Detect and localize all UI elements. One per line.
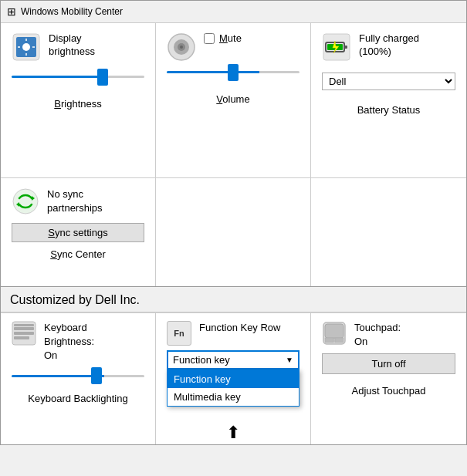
brightness-header: Displaybrightness [12, 32, 144, 62]
volume-label: Volume [167, 93, 299, 105]
touchpad-turn-off-button[interactable]: Turn off [322, 353, 455, 374]
sync-center-link[interactable]: Sync Center [12, 248, 144, 260]
function-key-dropdown-value: Function key [173, 354, 286, 366]
keyboard-icon [12, 321, 36, 346]
keyboard-header: KeyboardBrightness:On [12, 321, 144, 363]
svg-rect-22 [14, 324, 34, 326]
touchpad-panel: Touchpad:On Turn off Adjust Touchpad [311, 313, 466, 444]
brightness-panel: Displaybrightness Brightness [1, 23, 156, 177]
sync-empty-panel-3 [311, 178, 466, 286]
touchpad-header: Touchpad:On [322, 321, 455, 349]
fn-key-icon: Fn [167, 321, 191, 346]
battery-status-text: Fully charged(100%) [359, 32, 419, 59]
svg-rect-21 [14, 336, 29, 339]
brightness-slider[interactable] [12, 76, 144, 78]
sync-icon [12, 187, 39, 215]
function-key-dropdown[interactable]: Function key ▼ [167, 350, 299, 370]
function-key-dropdown-container: Function key ▼ Function key Multimedia k… [167, 350, 299, 370]
battery-label: Battery Status [322, 104, 455, 116]
sync-empty-panel-2 [156, 178, 311, 286]
sync-status-text: No syncpartnerships [47, 187, 103, 215]
sync-settings-button[interactable]: Sync settings [12, 223, 144, 242]
svg-rect-27 [335, 338, 343, 343]
svg-rect-19 [14, 327, 34, 330]
function-key-title: Function Key Row [199, 321, 281, 335]
sync-header: No syncpartnerships [12, 187, 144, 215]
top-grid: Displaybrightness Brightness [1, 23, 466, 178]
battery-icon [322, 32, 351, 62]
mute-row: Mute [204, 32, 242, 44]
touchpad-icon [322, 321, 347, 346]
title-bar-text: Windows Mobility Center [21, 6, 123, 17]
brightness-title: Displaybrightness [49, 32, 95, 59]
volume-panel: Mute Volume [156, 23, 311, 177]
main-content: Displaybrightness Brightness [1, 23, 466, 444]
svg-rect-26 [325, 338, 333, 343]
display-brightness-icon [12, 32, 41, 62]
battery-header: Fully charged(100%) [322, 32, 455, 62]
windows-mobility-center-window: ⊞ Windows Mobility Center [0, 0, 467, 445]
keyboard-label: Keyboard Backlighting [12, 393, 144, 404]
dell-grid: KeyboardBrightness:On Keyboard Backlight… [1, 312, 466, 444]
sync-section: No syncpartnerships Sync settings Sync C… [1, 178, 466, 287]
svg-rect-13 [344, 46, 347, 49]
keyboard-panel: KeyboardBrightness:On Keyboard Backlight… [1, 313, 156, 444]
keyboard-brightness-slider[interactable] [12, 375, 144, 377]
battery-select[interactable]: Dell [322, 73, 455, 90]
battery-panel: Fully charged(100%) Dell Battery Status [311, 23, 466, 177]
touchpad-title: Touchpad:On [354, 321, 401, 349]
sync-panel: No syncpartnerships Sync settings Sync C… [1, 178, 156, 286]
mute-checkbox[interactable] [204, 33, 215, 44]
svg-rect-20 [14, 332, 34, 335]
volume-icon [167, 32, 196, 62]
function-key-panel: Fn Function Key Row Function key ▼ Funct… [156, 313, 311, 444]
dell-section-heading: Customized by Dell Inc. [1, 287, 466, 312]
svg-point-2 [22, 43, 30, 51]
function-key-header: Fn Function Key Row [167, 321, 299, 346]
touchpad-label: Adjust Touchpad [322, 385, 455, 397]
mute-label: Mute [219, 32, 242, 44]
title-bar: ⊞ Windows Mobility Center [1, 1, 466, 23]
function-key-option-function[interactable]: Function key [168, 370, 299, 388]
volume-header: Mute [167, 32, 299, 62]
keyboard-title: KeyboardBrightness:On [44, 321, 94, 363]
svg-point-15 [13, 189, 38, 214]
volume-slider[interactable] [167, 71, 299, 73]
brightness-label: Brightness [12, 98, 144, 110]
function-key-option-multimedia[interactable]: Multimedia key [168, 388, 299, 406]
function-key-dropdown-list: Function key Multimedia key [167, 370, 299, 407]
svg-rect-24 [325, 324, 343, 338]
arrow-cursor-indicator: ⬆ [226, 423, 240, 443]
title-bar-icon: ⊞ [7, 5, 16, 18]
dropdown-arrow-icon: ▼ [286, 356, 293, 364]
svg-point-10 [180, 46, 183, 49]
